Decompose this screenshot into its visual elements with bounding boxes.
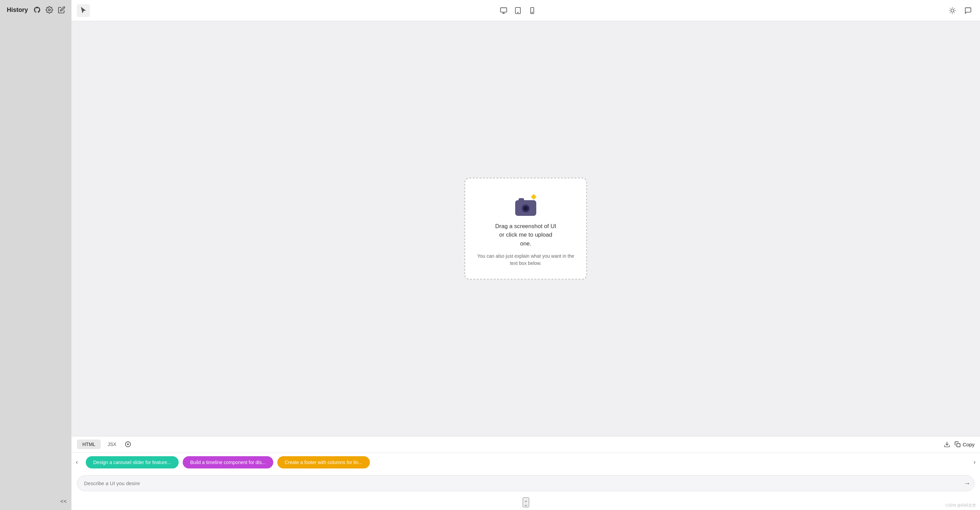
copy-button[interactable]: Copy bbox=[955, 441, 975, 447]
toolbar-right bbox=[946, 4, 975, 17]
upload-icon-container bbox=[512, 192, 539, 216]
chevron-row: ⌄ ⌄ bbox=[72, 496, 980, 510]
svg-line-13 bbox=[950, 12, 950, 13]
toolbar-center bbox=[92, 4, 943, 17]
svg-point-5 bbox=[532, 12, 533, 13]
suggestions-list: Design a carousel slider for feature... … bbox=[86, 456, 966, 469]
sparkle-icon bbox=[529, 192, 537, 199]
tablet-icon bbox=[514, 7, 522, 14]
toolbar-left bbox=[77, 4, 90, 17]
svg-line-10 bbox=[955, 12, 955, 13]
settings-button[interactable] bbox=[45, 5, 54, 14]
chat-button[interactable] bbox=[962, 4, 975, 17]
chevron-down-icon-2: ⌄ bbox=[523, 502, 528, 507]
scroll-left-button[interactable]: ‹ bbox=[72, 457, 82, 467]
prompt-input[interactable] bbox=[77, 475, 975, 491]
plus-icon bbox=[125, 441, 131, 447]
download-button[interactable] bbox=[943, 441, 950, 448]
github-button[interactable] bbox=[33, 5, 41, 14]
mobile-view-button[interactable] bbox=[526, 4, 539, 17]
sidebar-title: History bbox=[7, 6, 28, 14]
theme-toggle-button[interactable] bbox=[946, 4, 959, 17]
edit-icon bbox=[58, 6, 65, 14]
tabs-bar: HTML JSX bbox=[72, 437, 980, 453]
upload-subtitle: You can also just explain what you want … bbox=[476, 253, 576, 267]
edit-button[interactable] bbox=[57, 5, 66, 14]
cursor-tool-button[interactable] bbox=[77, 4, 90, 17]
input-wrapper: → bbox=[77, 475, 975, 491]
main-content: Drag a screenshot of UI or click me to u… bbox=[72, 0, 980, 510]
camera-bump bbox=[519, 198, 524, 202]
svg-point-3 bbox=[517, 12, 518, 13]
sidebar: History << bbox=[0, 0, 72, 510]
suggestions-row: ‹ Design a carousel slider for feature..… bbox=[72, 453, 980, 472]
copy-icon bbox=[955, 441, 961, 447]
camera-lens bbox=[522, 204, 530, 212]
send-icon: → bbox=[964, 479, 970, 487]
send-button[interactable]: → bbox=[964, 479, 970, 487]
upload-title: Drag a screenshot of UI or click me to u… bbox=[495, 222, 556, 248]
toolbar bbox=[72, 0, 980, 21]
scroll-right-button[interactable]: › bbox=[969, 457, 980, 467]
sidebar-header: History bbox=[0, 0, 72, 20]
upload-card[interactable]: Drag a screenshot of UI or click me to u… bbox=[465, 178, 587, 280]
preview-area[interactable]: Drag a screenshot of UI or click me to u… bbox=[72, 21, 980, 436]
tab-html[interactable]: HTML bbox=[77, 440, 101, 449]
chevron-down-button[interactable]: ⌄ ⌄ bbox=[523, 497, 529, 507]
github-icon bbox=[33, 6, 41, 14]
sidebar-icon-group bbox=[33, 5, 66, 14]
sidebar-collapse-button[interactable]: << bbox=[60, 499, 67, 505]
tablet-view-button[interactable] bbox=[511, 4, 524, 17]
svg-point-6 bbox=[951, 9, 954, 12]
gear-icon bbox=[46, 6, 53, 14]
download-icon bbox=[943, 441, 950, 448]
copy-label: Copy bbox=[963, 441, 975, 447]
tab-jsx[interactable]: JSX bbox=[102, 440, 122, 449]
tab-add-button[interactable] bbox=[123, 440, 133, 449]
svg-rect-19 bbox=[957, 444, 960, 447]
camera-lens-inner bbox=[524, 207, 527, 210]
tabs-bar-right: Copy bbox=[943, 441, 975, 448]
suggestion-pill-1[interactable]: Design a carousel slider for feature... bbox=[86, 456, 179, 469]
chat-icon bbox=[964, 7, 972, 14]
watermark: CSDN @码码玄赏 bbox=[946, 503, 976, 508]
svg-point-0 bbox=[48, 9, 50, 11]
suggestion-pill-3[interactable]: Create a footer with columns for lin... bbox=[277, 456, 370, 469]
sun-icon bbox=[949, 7, 956, 14]
bottom-section: HTML JSX bbox=[72, 436, 980, 510]
mobile-icon bbox=[528, 7, 536, 14]
svg-rect-1 bbox=[501, 8, 507, 12]
cursor-icon bbox=[80, 7, 87, 14]
desktop-view-button[interactable] bbox=[497, 4, 510, 17]
suggestion-pill-2[interactable]: Build a timeline component for dis... bbox=[183, 456, 273, 469]
input-row: → bbox=[72, 472, 980, 496]
camera-body bbox=[515, 200, 536, 216]
desktop-icon bbox=[500, 7, 508, 14]
